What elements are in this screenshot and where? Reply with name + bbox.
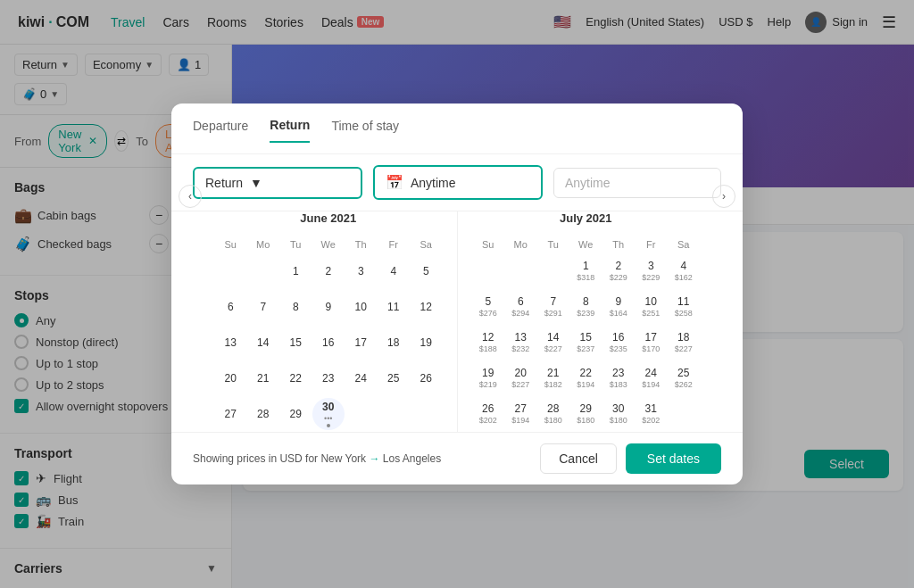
calendar-day[interactable]: 11$258 — [668, 289, 701, 325]
calendar-day[interactable]: 26 — [410, 360, 443, 396]
calendar-day[interactable]: 4$162 — [668, 253, 701, 289]
calendar-day[interactable]: 7 — [247, 289, 280, 325]
return-date-value: Anytime — [565, 176, 611, 190]
june-grid: Su Mo Tu We Th Fr Sa 1234567891011121314… — [214, 236, 443, 432]
calendar-day — [214, 253, 247, 289]
calendar-day[interactable]: 15$237 — [569, 325, 602, 360]
calendar-day[interactable]: 20 — [214, 360, 247, 396]
calendar-day[interactable]: 14 — [247, 325, 280, 360]
calendar-day[interactable]: 28 — [247, 396, 280, 432]
calendar-day[interactable]: 26$202 — [472, 396, 505, 432]
calendar-body: ‹ › June 2021 Su Mo Tu We Th — [171, 211, 743, 432]
calendar-day[interactable]: 1$318 — [569, 253, 602, 289]
col-tu: Tu — [279, 236, 312, 253]
set-dates-button[interactable]: Set dates — [626, 443, 721, 474]
price-showing-text: Showing prices in USD for New York → Los… — [193, 452, 441, 465]
calendar-day[interactable]: 24$194 — [635, 360, 668, 396]
calendar-day[interactable]: 19$219 — [472, 360, 505, 396]
calendar-day[interactable]: 28$180 — [537, 396, 570, 432]
calendar-day[interactable]: 23$183 — [602, 360, 636, 396]
calendar-day — [537, 253, 570, 289]
calendar-day[interactable]: 4 — [378, 253, 411, 289]
tab-return[interactable]: Return — [270, 118, 310, 143]
calendar-input-row: Return ▼ 📅 Anytime Anytime — [171, 154, 743, 211]
calendar-day[interactable]: 19 — [410, 325, 443, 360]
calendar-day[interactable]: 11 — [378, 289, 411, 325]
calendar-day[interactable]: 20$227 — [504, 360, 537, 396]
col-mo-july: Mo — [504, 236, 537, 253]
calendar-day[interactable]: 10$251 — [635, 289, 668, 325]
next-month-button[interactable]: › — [712, 185, 735, 208]
calendar-day[interactable]: 16$235 — [602, 325, 636, 360]
calendar-day[interactable]: 30$180 — [602, 396, 636, 432]
calendar-day[interactable]: 18 — [378, 325, 411, 360]
calendar-day[interactable]: 24 — [345, 360, 378, 396]
calendar-footer: Showing prices in USD for New York → Los… — [171, 432, 743, 484]
calendar-day[interactable]: 5$276 — [472, 289, 505, 325]
trip-type-dropdown-label: Return — [205, 176, 243, 190]
calendar-day[interactable]: 17 — [345, 325, 378, 360]
calendar-day[interactable]: 9 — [312, 289, 345, 325]
calendar-day — [472, 253, 505, 289]
calendar-day[interactable]: 3$229 — [635, 253, 668, 289]
departure-input[interactable]: 📅 Anytime — [373, 165, 543, 200]
prev-month-button[interactable]: ‹ — [179, 185, 202, 208]
calendar-day[interactable]: 3 — [345, 253, 378, 289]
calendar-day[interactable]: 27$194 — [504, 396, 537, 432]
col-sa-july: Sa — [668, 236, 701, 253]
calendar-divider — [457, 211, 458, 432]
col-mo: Mo — [247, 236, 280, 253]
calendar-day[interactable]: 21$182 — [537, 360, 570, 396]
calendar-day[interactable]: 5 — [410, 253, 443, 289]
calendar-day[interactable]: 16 — [312, 325, 345, 360]
tab-departure[interactable]: Departure — [193, 119, 248, 142]
calendar-day[interactable]: 2 — [312, 253, 345, 289]
calendar-day[interactable]: 1 — [279, 253, 312, 289]
return-input[interactable]: Anytime — [553, 168, 721, 198]
calendar-day[interactable]: 25$262 — [668, 360, 701, 396]
calendar-day[interactable]: 21 — [247, 360, 280, 396]
calendar-day[interactable]: 12 — [410, 289, 443, 325]
july-title: July 2021 — [472, 211, 701, 225]
calendar-day[interactable]: 31$202 — [635, 396, 668, 432]
tab-time-of-stay[interactable]: Time of stay — [331, 119, 399, 142]
calendar-day[interactable]: 25 — [378, 360, 411, 396]
calendar-day — [504, 253, 537, 289]
calendar-icon: 📅 — [386, 174, 403, 191]
calendar-day[interactable]: 12$188 — [472, 325, 505, 360]
calendar-day[interactable]: 7$291 — [537, 289, 570, 325]
col-we-july: We — [569, 236, 602, 253]
showing-arrow: → — [369, 452, 382, 465]
calendar-day[interactable]: 10 — [345, 289, 378, 325]
showing-prefix: Showing prices in USD for New York — [193, 452, 366, 465]
col-th-july: Th — [602, 236, 636, 253]
calendar-modal: Departure Return Time of stay Return ▼ 📅… — [171, 104, 743, 484]
calendar-day[interactable]: 13$232 — [504, 325, 537, 360]
calendar-day[interactable]: 30••• — [312, 396, 345, 432]
calendar-day[interactable]: 22$194 — [569, 360, 602, 396]
calendar-overlay: Departure Return Time of stay Return ▼ 📅… — [0, 0, 914, 588]
col-fr-july: Fr — [635, 236, 668, 253]
calendar-day[interactable]: 9$164 — [602, 289, 636, 325]
calendar-day[interactable]: 29$180 — [569, 396, 602, 432]
calendar-day[interactable]: 2$229 — [602, 253, 636, 289]
calendar-day[interactable]: 22 — [279, 360, 312, 396]
calendar-day[interactable]: 8 — [279, 289, 312, 325]
june-calendar: June 2021 Su Mo Tu We Th Fr Sa — [207, 211, 450, 432]
col-su: Su — [214, 236, 247, 253]
calendar-day[interactable]: 17$170 — [635, 325, 668, 360]
cancel-button[interactable]: Cancel — [540, 443, 617, 474]
calendar-day[interactable]: 15 — [279, 325, 312, 360]
calendar-day[interactable]: 29 — [279, 396, 312, 432]
calendar-day[interactable]: 13 — [214, 325, 247, 360]
calendar-day[interactable]: 6 — [214, 289, 247, 325]
calendar-day[interactable]: 27 — [214, 396, 247, 432]
calendar-day[interactable]: 6$294 — [504, 289, 537, 325]
col-su-july: Su — [472, 236, 505, 253]
calendar-day[interactable]: 8$239 — [569, 289, 602, 325]
calendar-day[interactable]: 23 — [312, 360, 345, 396]
calendar-day[interactable]: 18$227 — [668, 325, 701, 360]
calendar-day[interactable]: 14$227 — [537, 325, 570, 360]
col-tu-july: Tu — [537, 236, 570, 253]
trip-type-dropdown[interactable]: Return ▼ — [193, 167, 362, 199]
